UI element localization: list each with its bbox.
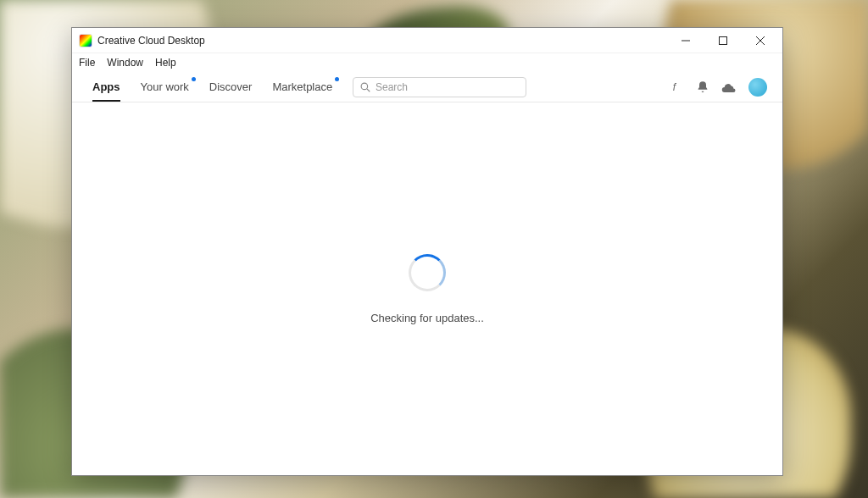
close-icon bbox=[756, 36, 765, 45]
fonts-button[interactable]: f bbox=[670, 80, 684, 94]
tabbar: Apps Your work Discover Marketplace f bbox=[72, 72, 782, 102]
tab-label: Your work bbox=[141, 80, 189, 93]
tab-label: Marketplace bbox=[272, 80, 332, 93]
svg-point-4 bbox=[361, 83, 368, 90]
svg-text:f: f bbox=[673, 81, 677, 93]
menu-file[interactable]: File bbox=[79, 57, 95, 69]
cloud-icon bbox=[721, 80, 737, 94]
font-icon: f bbox=[670, 80, 684, 94]
notifications-button[interactable] bbox=[696, 80, 709, 94]
toolbar-right: f bbox=[670, 78, 767, 97]
search-input[interactable] bbox=[376, 81, 519, 93]
maximize-icon bbox=[719, 36, 727, 45]
minimize-button[interactable] bbox=[667, 29, 704, 53]
close-button[interactable] bbox=[742, 29, 779, 53]
window-title: Creative Cloud Desktop bbox=[97, 35, 205, 47]
svg-rect-1 bbox=[720, 36, 727, 44]
svg-line-5 bbox=[367, 88, 370, 91]
tab-label: Discover bbox=[209, 80, 253, 93]
tab-marketplace[interactable]: Marketplace bbox=[262, 72, 342, 102]
app-icon bbox=[79, 34, 92, 47]
cloud-sync-button[interactable] bbox=[721, 80, 737, 94]
bell-icon bbox=[696, 80, 709, 94]
user-avatar[interactable] bbox=[748, 78, 767, 97]
notification-dot-icon bbox=[335, 77, 339, 81]
content-area: Checking for updates... bbox=[72, 102, 782, 475]
maximize-button[interactable] bbox=[704, 29, 742, 53]
tab-discover[interactable]: Discover bbox=[199, 72, 263, 102]
titlebar: Creative Cloud Desktop bbox=[72, 28, 782, 53]
tab-apps[interactable]: Apps bbox=[82, 72, 131, 102]
search-icon bbox=[360, 82, 370, 92]
loading-spinner-icon bbox=[409, 254, 446, 291]
menubar: File Window Help bbox=[72, 53, 782, 72]
tab-label: Apps bbox=[92, 80, 120, 93]
minimize-icon bbox=[682, 36, 690, 45]
status-message: Checking for updates... bbox=[370, 312, 484, 324]
menu-help[interactable]: Help bbox=[155, 57, 176, 69]
app-window: Creative Cloud Desktop File Window Help … bbox=[71, 27, 783, 476]
search-box[interactable] bbox=[353, 77, 526, 97]
tab-your-work[interactable]: Your work bbox=[131, 72, 199, 102]
notification-dot-icon bbox=[192, 77, 196, 81]
menu-window[interactable]: Window bbox=[107, 57, 143, 69]
